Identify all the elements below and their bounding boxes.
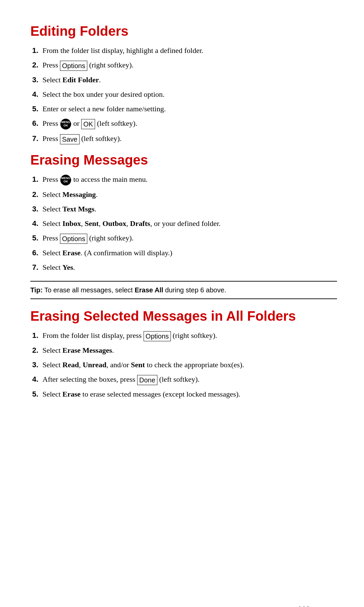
tip-label: Tip: — [30, 286, 42, 294]
options-key-3: Options — [144, 331, 171, 341]
menu-ok-button: MENUOK — [60, 119, 71, 129]
erasing-messages-title: Erasing Messages — [30, 152, 337, 168]
list-item: Select the box under your desired option… — [40, 89, 337, 100]
list-item: Select Read, Unread, and/or Sent to chec… — [40, 359, 337, 370]
erasing-selected-section: Erasing Selected Messages in All Folders… — [30, 309, 337, 400]
editing-folders-section: Editing Folders From the folder list dis… — [30, 24, 337, 144]
tip-box: Tip: To erase all messages, select Erase… — [30, 281, 337, 299]
page-wrapper: Editing Folders From the folder list dis… — [30, 24, 337, 607]
list-item: Select Messaging. — [40, 189, 337, 200]
list-item: Press Options (right softkey). — [40, 232, 337, 244]
list-item: After selecting the boxes, press Done (l… — [40, 374, 337, 385]
page-number: 113 — [298, 605, 310, 607]
erasing-selected-title: Erasing Selected Messages in All Folders — [30, 309, 337, 324]
editing-folders-list: From the folder list display, highlight … — [40, 45, 337, 144]
list-item: Select Erase Messages. — [40, 345, 337, 356]
options-key-2: Options — [60, 234, 87, 244]
list-item: Press Save (left softkey). — [40, 133, 337, 144]
erasing-selected-list: From the folder list display, press Opti… — [40, 330, 337, 400]
editing-folders-title: Editing Folders — [30, 24, 337, 39]
menu-ok-button-2: MENUOK — [60, 175, 71, 185]
list-item: Select Yes. — [40, 262, 337, 273]
list-item: Press MENUOK or OK (left softkey). — [40, 118, 337, 129]
options-key: Options — [60, 61, 87, 71]
list-item: Press Options (right softkey). — [40, 59, 337, 71]
list-item: Press MENUOK to access the main menu. — [40, 174, 337, 185]
erasing-messages-section: Erasing Messages Press MENUOK to access … — [30, 152, 337, 299]
erasing-messages-list: Press MENUOK to access the main menu. Se… — [40, 174, 337, 273]
list-item: Select Edit Folder. — [40, 74, 337, 85]
list-item: Select Erase to erase selected messages … — [40, 388, 337, 400]
list-item: Select Inbox, Sent, Outbox, Drafts, or y… — [40, 218, 337, 229]
list-item: Select Text Msgs. — [40, 203, 337, 214]
list-item: From the folder list display, highlight … — [40, 45, 337, 56]
list-item: Select Erase. (A confirmation will displ… — [40, 247, 337, 258]
done-key: Done — [137, 375, 157, 385]
ok-key: OK — [81, 119, 95, 129]
list-item: From the folder list display, press Opti… — [40, 330, 337, 341]
list-item: Enter or select a new folder name/settin… — [40, 103, 337, 114]
save-key: Save — [60, 134, 80, 144]
